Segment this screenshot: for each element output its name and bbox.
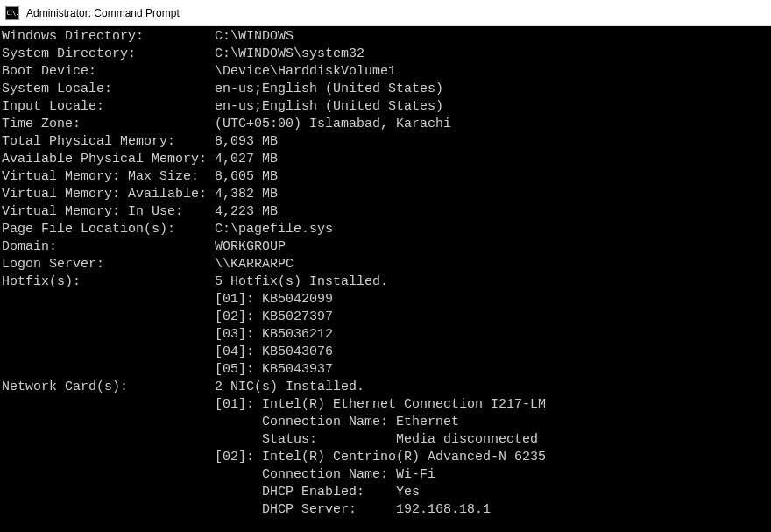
terminal-output[interactable]: Windows Directory: C:\WINDOWS System Dir… bbox=[0, 26, 771, 532]
window-title: Administrator: Command Prompt bbox=[26, 7, 180, 19]
titlebar[interactable]: C:\. Administrator: Command Prompt bbox=[0, 0, 771, 26]
cmd-icon: C:\. bbox=[5, 6, 19, 20]
